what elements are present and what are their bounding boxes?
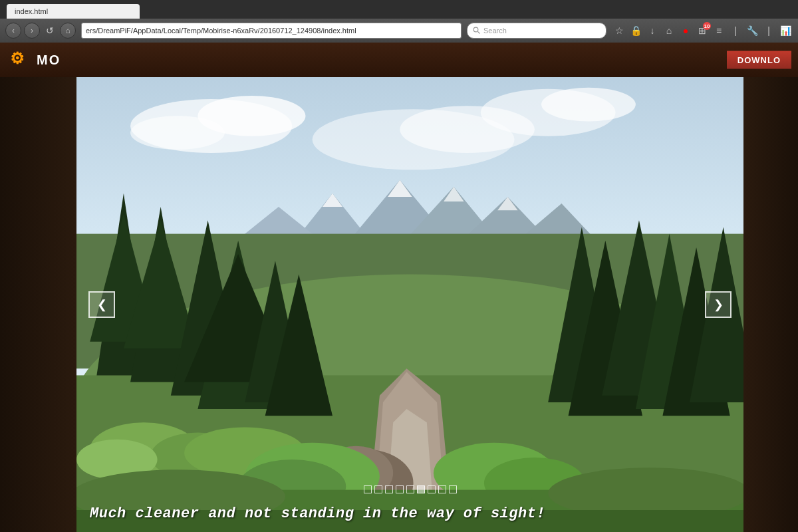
side-bg-right — [743, 43, 798, 532]
extensions-button[interactable]: ⊞ 10 — [695, 23, 710, 38]
address-bar[interactable]: ers/DreamPiF/AppData/Local/Temp/Mobirise… — [81, 23, 462, 39]
svg-point-9 — [400, 106, 535, 153]
slide-indicators — [364, 485, 457, 493]
website-wrapper: ⚙ MO DOWNLO — [0, 43, 798, 532]
tab-title: index.html — [15, 7, 48, 15]
toolbar-icons: ☆ 🔒 ↓ ⌂ ● ⊞ 10 ≡ | 🔧 | 📊 — [612, 23, 793, 38]
slider-container: ❮ ❯ Much cleaner and not standing in the… — [76, 77, 743, 532]
app-name: MO — [37, 53, 61, 68]
address-text: ers/DreamPiF/AppData/Local/Temp/Mobirise… — [86, 27, 356, 35]
menu-button[interactable]: ≡ — [712, 23, 726, 38]
search-icon — [473, 27, 481, 35]
slide-dot-9[interactable] — [449, 485, 457, 493]
browser-tab[interactable]: index.html — [7, 4, 140, 19]
gear-icon: ⚙ — [10, 49, 31, 70]
app-bar: ⚙ MO DOWNLO — [0, 43, 798, 77]
slide-dot-6[interactable] — [417, 485, 425, 493]
browser-tabs: index.html — [0, 0, 798, 19]
app-logo: ⚙ MO — [10, 49, 61, 70]
home-icon: ⌂ — [65, 26, 70, 35]
slider-image — [76, 77, 743, 532]
slide-dot-1[interactable] — [364, 485, 372, 493]
search-placeholder: Search — [483, 27, 507, 35]
slider-prev-button[interactable]: ❮ — [88, 291, 115, 318]
side-bg-left — [0, 43, 76, 532]
download-button[interactable]: DOWNLO — [727, 51, 791, 69]
addon-button-2[interactable]: 📊 — [778, 23, 793, 38]
svg-point-7 — [541, 88, 636, 122]
forward-icon: › — [31, 26, 33, 35]
lock-icon: 🔒 — [628, 23, 643, 38]
browser-toolbar: ‹ › ↺ ⌂ ers/DreamPiF/AppData/Local/Temp/… — [0, 19, 798, 43]
svg-point-5 — [130, 116, 225, 150]
badge-count: 10 — [703, 22, 711, 30]
forward-button[interactable]: › — [24, 23, 40, 39]
separator: | — [728, 23, 743, 38]
search-bar[interactable]: Search — [467, 23, 606, 39]
caption-text: Much cleaner and not standing in the way… — [90, 505, 545, 522]
separator2: | — [761, 23, 776, 38]
reload-icon: ↺ — [46, 25, 54, 36]
opera-icon[interactable]: ● — [678, 23, 693, 38]
prev-icon: ❮ — [97, 297, 107, 312]
home-nav-button[interactable]: ⌂ — [662, 23, 676, 38]
home-button[interactable]: ⌂ — [60, 23, 76, 39]
slide-dot-5[interactable] — [406, 485, 414, 493]
download-button[interactable]: ↓ — [645, 23, 660, 38]
slider-next-button[interactable]: ❯ — [705, 291, 732, 318]
slide-dot-2[interactable] — [374, 485, 382, 493]
next-icon: ❯ — [714, 297, 724, 312]
svg-line-1 — [478, 32, 480, 34]
svg-point-0 — [473, 27, 478, 32]
back-button[interactable]: ‹ — [5, 23, 21, 39]
slide-dot-7[interactable] — [428, 485, 436, 493]
slide-dot-8[interactable] — [438, 485, 446, 493]
reload-button[interactable]: ↺ — [43, 23, 57, 38]
addon-button-1[interactable]: 🔧 — [745, 23, 759, 38]
slider-caption: Much cleaner and not standing in the way… — [76, 505, 743, 522]
browser-chrome: index.html ‹ › ↺ ⌂ ers/DreamPiF/AppData/… — [0, 0, 798, 43]
back-icon: ‹ — [12, 26, 15, 35]
bookmark-button[interactable]: ☆ — [612, 23, 626, 38]
slide-dot-4[interactable] — [396, 485, 404, 493]
slide-dot-3[interactable] — [385, 485, 393, 493]
